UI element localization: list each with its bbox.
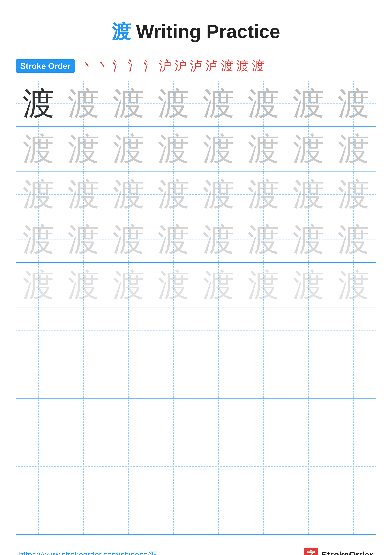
stroke-9: 泸	[205, 58, 218, 74]
grid-cell-3-3[interactable]: 渡	[106, 172, 151, 217]
grid-cell-6-6[interactable]	[241, 308, 286, 353]
stroke-1: 丶	[81, 58, 94, 74]
grid-cell-6-7[interactable]	[286, 308, 331, 353]
grid-row-3: 渡 渡 渡 渡 渡 渡 渡 渡	[16, 172, 376, 217]
practice-char: 渡	[23, 88, 54, 119]
grid-cell-8-8[interactable]	[331, 399, 376, 444]
brand-icon: 字	[304, 548, 318, 555]
grid-cell-10-8[interactable]	[331, 489, 376, 534]
grid-cell-9-4[interactable]	[151, 444, 196, 489]
stroke-order-row: Stroke Order 丶 丶 氵 氵 氵 沪 沪 泸 泸 渡 渡 渡	[16, 58, 376, 74]
grid-row-10	[16, 489, 376, 534]
grid-cell-4-5[interactable]: 渡	[196, 217, 241, 262]
grid-cell-7-4[interactable]	[151, 353, 196, 398]
grid-cell-8-7[interactable]	[286, 399, 331, 444]
grid-cell-6-1[interactable]	[16, 308, 61, 353]
grid-cell-1-8[interactable]: 渡	[331, 81, 376, 126]
grid-cell-7-8[interactable]	[331, 353, 376, 398]
grid-cell-1-4[interactable]: 渡	[151, 81, 196, 126]
practice-char: 渡	[338, 224, 369, 256]
grid-row-1: 渡 渡 渡 渡 渡 渡 渡 渡	[16, 81, 376, 127]
grid-cell-6-3[interactable]	[106, 308, 151, 353]
grid-cell-4-2[interactable]: 渡	[61, 217, 106, 262]
grid-cell-7-6[interactable]	[241, 353, 286, 398]
grid-cell-3-8[interactable]: 渡	[331, 172, 376, 217]
grid-cell-2-7[interactable]: 渡	[286, 127, 331, 172]
grid-cell-9-1[interactable]	[16, 444, 61, 489]
grid-cell-6-4[interactable]	[151, 308, 196, 353]
grid-cell-3-1[interactable]: 渡	[16, 172, 61, 217]
grid-row-8	[16, 399, 376, 444]
grid-cell-2-5[interactable]: 渡	[196, 127, 241, 172]
grid-cell-10-4[interactable]	[151, 489, 196, 534]
grid-cell-2-3[interactable]: 渡	[106, 127, 151, 172]
grid-cell-5-4[interactable]: 渡	[151, 263, 196, 308]
grid-cell-3-4[interactable]: 渡	[151, 172, 196, 217]
grid-cell-2-1[interactable]: 渡	[16, 127, 61, 172]
footer-url-link[interactable]: https://www.strokeorder.com/chinese/渡	[19, 549, 158, 555]
grid-cell-6-5[interactable]	[196, 308, 241, 353]
grid-cell-4-4[interactable]: 渡	[151, 217, 196, 262]
grid-cell-10-5[interactable]	[196, 489, 241, 534]
grid-cell-1-2[interactable]: 渡	[61, 81, 106, 126]
grid-cell-9-5[interactable]	[196, 444, 241, 489]
grid-cell-10-7[interactable]	[286, 489, 331, 534]
grid-cell-1-7[interactable]: 渡	[286, 81, 331, 126]
grid-cell-5-3[interactable]: 渡	[106, 263, 151, 308]
grid-cell-8-1[interactable]	[16, 399, 61, 444]
grid-cell-2-8[interactable]: 渡	[331, 127, 376, 172]
grid-cell-4-8[interactable]: 渡	[331, 217, 376, 262]
grid-cell-5-2[interactable]: 渡	[61, 263, 106, 308]
practice-char: 渡	[293, 269, 324, 301]
practice-char: 渡	[203, 133, 234, 165]
grid-cell-7-2[interactable]	[61, 353, 106, 398]
grid-cell-3-5[interactable]: 渡	[196, 172, 241, 217]
grid-cell-9-2[interactable]	[61, 444, 106, 489]
grid-cell-4-3[interactable]: 渡	[106, 217, 151, 262]
grid-cell-5-8[interactable]: 渡	[331, 263, 376, 308]
grid-cell-5-7[interactable]: 渡	[286, 263, 331, 308]
grid-cell-7-1[interactable]	[16, 353, 61, 398]
grid-cell-3-7[interactable]: 渡	[286, 172, 331, 217]
grid-cell-9-8[interactable]	[331, 444, 376, 489]
grid-cell-7-3[interactable]	[106, 353, 151, 398]
grid-cell-10-6[interactable]	[241, 489, 286, 534]
grid-cell-2-6[interactable]: 渡	[241, 127, 286, 172]
grid-cell-8-4[interactable]	[151, 399, 196, 444]
title-char: 渡	[112, 21, 131, 42]
grid-cell-8-5[interactable]	[196, 399, 241, 444]
grid-cell-6-8[interactable]	[331, 308, 376, 353]
grid-cell-5-5[interactable]: 渡	[196, 263, 241, 308]
grid-cell-2-2[interactable]: 渡	[61, 127, 106, 172]
grid-cell-2-4[interactable]: 渡	[151, 127, 196, 172]
grid-cell-9-3[interactable]	[106, 444, 151, 489]
grid-cell-8-2[interactable]	[61, 399, 106, 444]
grid-cell-8-3[interactable]	[106, 399, 151, 444]
grid-cell-1-6[interactable]: 渡	[241, 81, 286, 126]
grid-cell-9-7[interactable]	[286, 444, 331, 489]
grid-cell-4-1[interactable]: 渡	[16, 217, 61, 262]
grid-cell-4-7[interactable]: 渡	[286, 217, 331, 262]
practice-char: 渡	[68, 133, 99, 165]
grid-cell-1-1[interactable]: 渡	[16, 81, 61, 126]
grid-cell-5-1[interactable]: 渡	[16, 263, 61, 308]
grid-cell-4-6[interactable]: 渡	[241, 217, 286, 262]
grid-row-2: 渡 渡 渡 渡 渡 渡 渡 渡	[16, 127, 376, 172]
grid-cell-10-2[interactable]	[61, 489, 106, 534]
grid-cell-10-1[interactable]	[16, 489, 61, 534]
grid-cell-3-2[interactable]: 渡	[61, 172, 106, 217]
grid-cell-1-3[interactable]: 渡	[106, 81, 151, 126]
grid-cell-3-6[interactable]: 渡	[241, 172, 286, 217]
grid-cell-1-5[interactable]: 渡	[196, 81, 241, 126]
practice-char: 渡	[23, 133, 54, 165]
grid-cell-5-6[interactable]: 渡	[241, 263, 286, 308]
grid-cell-8-6[interactable]	[241, 399, 286, 444]
grid-cell-7-5[interactable]	[196, 353, 241, 398]
stroke-8: 泸	[190, 58, 202, 74]
grid-cell-9-6[interactable]	[241, 444, 286, 489]
grid-cell-10-3[interactable]	[106, 489, 151, 534]
practice-char: 渡	[113, 179, 144, 210]
grid-cell-7-7[interactable]	[286, 353, 331, 398]
practice-char: 渡	[248, 88, 279, 119]
grid-cell-6-2[interactable]	[61, 308, 106, 353]
